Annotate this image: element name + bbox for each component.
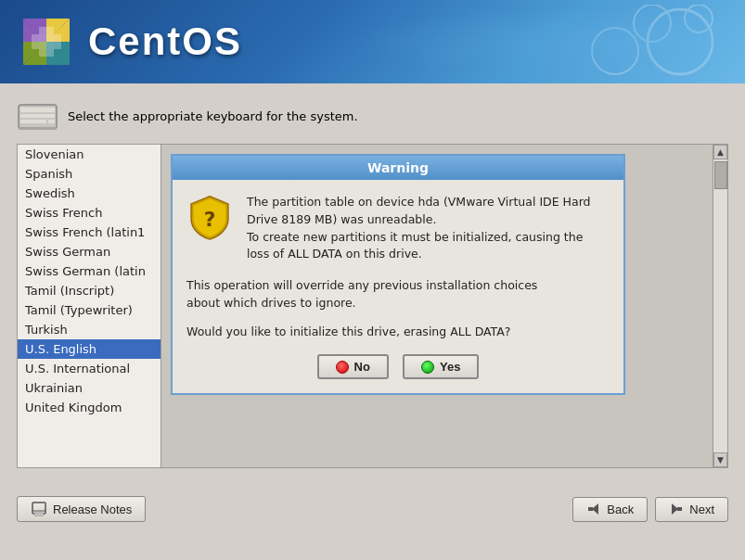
instruction-text: Select the appropriate keyboard for the … (68, 109, 358, 123)
header: CentOS (0, 0, 745, 83)
lang-item-spanish[interactable]: Spanish (18, 164, 161, 184)
svg-point-16 (634, 5, 671, 42)
svg-rect-32 (677, 507, 682, 511)
right-panel: Warning ? The partition table on device … (161, 145, 713, 467)
nav-buttons: Back Next (572, 497, 728, 522)
svg-rect-12 (46, 27, 61, 42)
lang-item-swiss-german-latin[interactable]: Swiss German (latin (18, 261, 161, 281)
svg-rect-11 (32, 27, 46, 42)
language-list[interactable]: SlovenianSpanishSwedishSwiss FrenchSwiss… (18, 145, 161, 467)
warning-buttons: No Yes (186, 354, 610, 379)
header-title: CentOS (88, 19, 242, 64)
svg-rect-22 (20, 120, 46, 123)
release-notes-label: Release Notes (53, 503, 132, 516)
svg-rect-21 (20, 114, 55, 118)
svg-rect-23 (48, 120, 55, 123)
warning-title: Warning (173, 156, 623, 180)
header-decoration (448, 5, 726, 82)
svg-rect-13 (32, 42, 46, 57)
yes-button[interactable]: Yes (403, 354, 479, 379)
lang-item-swiss-french[interactable]: Swiss French (18, 203, 161, 223)
yes-icon (421, 361, 434, 374)
instruction-row: Select the appropriate keyboard for the … (17, 100, 728, 133)
warning-dialog: Warning ? The partition table on device … (171, 154, 625, 395)
back-icon (586, 503, 601, 515)
yes-label: Yes (440, 360, 460, 374)
lang-item-swedish[interactable]: Swedish (18, 184, 161, 203)
centos-logo (19, 14, 74, 70)
no-button[interactable]: No (317, 354, 389, 379)
lang-item-turkish[interactable]: Turkish (18, 320, 161, 339)
scroll-down-arrow[interactable]: ▼ (713, 452, 727, 467)
release-notes-button[interactable]: Release Notes (17, 496, 146, 522)
warning-shield-icon: ? (186, 194, 233, 240)
no-label: No (354, 360, 370, 374)
svg-marker-29 (592, 503, 598, 515)
scroll-thumb[interactable] (714, 161, 727, 189)
next-icon (669, 503, 684, 515)
svg-rect-28 (34, 513, 44, 515)
svg-point-15 (648, 9, 713, 74)
lang-item-swiss-french-latin1[interactable]: Swiss French (latin1 (18, 223, 161, 242)
keyboard-icon (17, 100, 58, 133)
back-button[interactable]: Back (572, 497, 648, 522)
svg-rect-24 (19, 127, 57, 130)
lang-item-us-english[interactable]: U.S. English (18, 339, 161, 359)
svg-marker-31 (672, 503, 678, 515)
warning-content-row: ? The partition table on device hda (VMw… (186, 194, 610, 263)
warning-override-text: This operation will override any previou… (186, 277, 610, 312)
next-label: Next (689, 503, 714, 516)
content-panel: SlovenianSpanishSwedishSwiss FrenchSwiss… (17, 144, 728, 468)
warning-question: Would you like to initialize this drive,… (186, 324, 610, 341)
svg-rect-26 (32, 503, 45, 514)
bottom-bar: Release Notes Back Next (0, 485, 745, 529)
no-icon (336, 361, 349, 374)
next-button[interactable]: Next (655, 497, 728, 522)
back-label: Back (607, 503, 634, 516)
notes-icon (31, 502, 47, 516)
lang-item-tamil-inscript[interactable]: Tamil (Inscript) (18, 281, 161, 300)
warning-body: ? The partition table on device hda (VMw… (173, 180, 623, 393)
warning-line1: The partition table on device hda (VMwar… (247, 194, 590, 263)
scroll-up-arrow[interactable]: ▲ (713, 145, 727, 159)
svg-rect-14 (46, 42, 61, 57)
lang-item-united-kingdom[interactable]: United Kingdom (18, 398, 161, 417)
svg-rect-20 (20, 108, 55, 112)
lang-item-us-international[interactable]: U.S. International (18, 359, 161, 378)
right-scrollbar[interactable]: ▲ ▼ (713, 145, 727, 467)
lang-item-ukrainian[interactable]: Ukrainian (18, 378, 161, 398)
lang-item-slovenian[interactable]: Slovenian (18, 145, 161, 164)
main-content: Select the appropriate keyboard for the … (0, 83, 745, 477)
svg-point-17 (592, 28, 638, 74)
svg-text:?: ? (204, 208, 216, 231)
svg-rect-30 (588, 507, 593, 511)
svg-point-18 (685, 5, 713, 32)
warning-message: The partition table on device hda (VMwar… (247, 194, 590, 263)
lang-item-tamil-typewriter[interactable]: Tamil (Typewriter) (18, 300, 161, 320)
lang-item-swiss-german[interactable]: Swiss German (18, 242, 161, 261)
